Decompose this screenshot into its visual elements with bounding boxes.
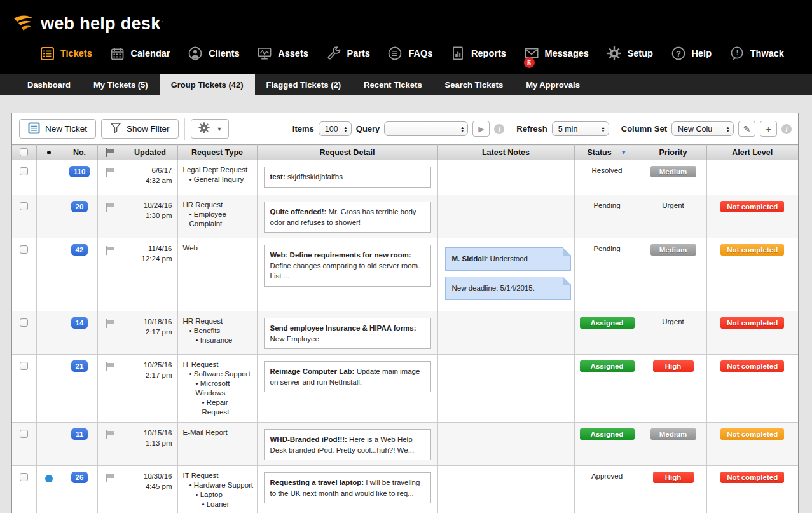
- query-select[interactable]: ▲▼: [384, 121, 468, 136]
- show-filter-button[interactable]: Show Filter: [101, 119, 179, 139]
- ticket-number-badge[interactable]: 14: [71, 317, 88, 329]
- nav-item-setup[interactable]: Setup: [607, 46, 653, 61]
- row-select-cell: [12, 160, 36, 195]
- ticket-number-badge[interactable]: 20: [71, 201, 88, 212]
- ticket-number-badge[interactable]: 11: [71, 428, 88, 440]
- row-checkbox[interactable]: [20, 362, 28, 370]
- request-detail-box[interactable]: Web: Define requirements for new room: D…: [264, 245, 431, 287]
- ticket-number-badge[interactable]: 21: [71, 360, 88, 372]
- flag-icon[interactable]: [105, 474, 115, 482]
- nav-item-help[interactable]: ?Help: [671, 46, 712, 61]
- app-logo[interactable]: web help desk `: [0, 0, 812, 37]
- updated-date: 10/24/16: [123, 200, 172, 210]
- request-detail-box[interactable]: Quite offended!: Mr. Gross has terrible …: [264, 202, 431, 233]
- flag-icon[interactable]: [105, 362, 115, 371]
- row-select-cell: [12, 195, 36, 238]
- request-type-main: Legal Dept Request: [183, 165, 254, 175]
- latest-notes-cell: [437, 466, 574, 513]
- column-header-updated[interactable]: Updated: [123, 145, 177, 160]
- alert-level-cell: Not completed: [706, 195, 798, 238]
- row-checkbox[interactable]: [20, 473, 28, 481]
- flag-icon[interactable]: [105, 203, 115, 212]
- status-badge: Medium: [650, 244, 696, 256]
- ticket-number-badge[interactable]: 42: [71, 244, 88, 256]
- nav-item-clients[interactable]: Clients: [188, 46, 239, 61]
- items-select[interactable]: 100 ▲▼: [319, 121, 352, 136]
- select-all-checkbox[interactable]: [20, 148, 28, 156]
- column-header-priority[interactable]: Priority: [640, 145, 706, 160]
- column-header-alert-level[interactable]: Alert Level: [706, 145, 798, 160]
- nav-item-tickets[interactable]: Tickets: [39, 46, 92, 61]
- row-select-cell: [12, 466, 36, 513]
- toolbar-right-controls: Items 100 ▲▼ Query ▲▼ ▶ i Refresh 5 min …: [292, 121, 792, 137]
- sub-nav: DashboardMy Tickets (5)Group Tickets (42…: [0, 74, 812, 95]
- row-checkbox[interactable]: [20, 430, 28, 438]
- nav-item-faqs[interactable]: FAQs: [387, 46, 432, 61]
- unread-messages-badge: 5: [524, 57, 535, 68]
- ticket-row-42: 4211/4/1612:24 pmWebWeb: Define requirem…: [12, 238, 798, 311]
- row-checkbox[interactable]: [20, 318, 28, 327]
- flag-cell: [97, 355, 123, 423]
- column-header-no[interactable]: No.: [62, 145, 97, 160]
- tab-dashboard[interactable]: Dashboard: [16, 74, 82, 95]
- column-set-label: Column Set: [621, 124, 667, 133]
- speech-bubble-icon: !: [729, 46, 745, 61]
- run-query-button[interactable]: ▶: [472, 121, 490, 137]
- request-type-cell: HR Request• Employee Complaint: [177, 195, 257, 238]
- ticket-number-badge[interactable]: 26: [71, 472, 88, 483]
- request-type-cell: Web: [177, 238, 257, 311]
- edit-column-set-button[interactable]: ✎: [738, 121, 755, 137]
- nav-item-assets[interactable]: Assets: [257, 46, 308, 61]
- priority-cell: High: [640, 355, 706, 423]
- request-detail-title: Quite offended!:: [270, 208, 327, 215]
- request-detail-box[interactable]: WHD-Branded iPod!!!: Here is a Web Help …: [264, 429, 431, 460]
- priority-cell: Urgent: [640, 311, 706, 355]
- request-detail-box[interactable]: Send employee Insurance & HIPAA forms: N…: [264, 318, 431, 349]
- alert-level-cell: [706, 160, 798, 195]
- flag-icon[interactable]: [105, 430, 115, 439]
- row-checkbox[interactable]: [20, 245, 28, 254]
- items-label: Items: [292, 124, 314, 133]
- nav-item-parts[interactable]: Parts: [326, 46, 370, 61]
- request-detail-box[interactable]: test: skjdfhskldjhfalfhs: [264, 167, 431, 188]
- column-set-select[interactable]: New Colu ▲▼: [671, 121, 734, 136]
- flag-column-header-icon[interactable]: [105, 148, 115, 157]
- ticket-number-badge[interactable]: 110: [69, 166, 90, 177]
- column-header-status[interactable]: Status ▼: [574, 145, 640, 160]
- ticket-row-20: 2010/24/161:30 pmHR Request• Employee Co…: [12, 195, 798, 238]
- priority-cell: Urgent: [640, 195, 706, 238]
- refresh-select[interactable]: 5 min ▲▼: [552, 121, 609, 136]
- tab-my-tickets-5[interactable]: My Tickets (5): [82, 74, 160, 95]
- column-header-request-detail[interactable]: Request Detail: [257, 145, 437, 160]
- flag-icon[interactable]: [105, 319, 115, 328]
- priority-cell: Medium: [640, 423, 706, 466]
- new-ticket-button[interactable]: New Ticket: [19, 119, 96, 139]
- nav-item-label: Assets: [278, 48, 308, 58]
- flag-icon[interactable]: [105, 246, 115, 255]
- nav-item-reports[interactable]: Reports: [450, 46, 506, 61]
- info-icon: i: [494, 124, 504, 134]
- tickets-list-icon: [39, 46, 55, 61]
- tab-search-tickets[interactable]: Search Tickets: [434, 74, 515, 95]
- gear-menu-button[interactable]: ▼: [191, 119, 230, 139]
- tab-my-approvals[interactable]: My Approvals: [514, 74, 591, 95]
- tab-flagged-tickets-2[interactable]: Flagged Tickets (2): [255, 74, 353, 95]
- tab-group-tickets-42[interactable]: Group Tickets (42): [160, 74, 255, 95]
- request-detail-box[interactable]: Requesting a travel laptop: I will be tr…: [264, 472, 431, 503]
- request-detail-text: skjdfhskldjhfalfhs: [287, 173, 343, 181]
- table-header-row: No. Updated Request Type Request Detail …: [12, 145, 798, 160]
- request-detail-cell: WHD-Branded iPod!!!: Here is a Web Help …: [257, 423, 437, 466]
- nav-item-calendar[interactable]: Calendar: [109, 46, 170, 61]
- nav-item-thwack[interactable]: !Thwack: [729, 46, 784, 61]
- request-detail-box[interactable]: Reimage Computer Lab: Update main image …: [264, 361, 431, 392]
- flag-icon[interactable]: [105, 168, 115, 177]
- row-select-cell: [12, 238, 36, 311]
- tab-recent-tickets[interactable]: Recent Tickets: [352, 74, 434, 95]
- status-cell: Approved: [574, 466, 640, 513]
- column-header-latest-notes[interactable]: Latest Notes: [437, 145, 574, 160]
- nav-item-messages[interactable]: 5Messages: [524, 46, 589, 61]
- column-header-request-type[interactable]: Request Type: [177, 145, 257, 160]
- row-checkbox[interactable]: [20, 202, 28, 210]
- row-checkbox[interactable]: [20, 167, 28, 175]
- add-column-set-button[interactable]: +: [760, 121, 777, 137]
